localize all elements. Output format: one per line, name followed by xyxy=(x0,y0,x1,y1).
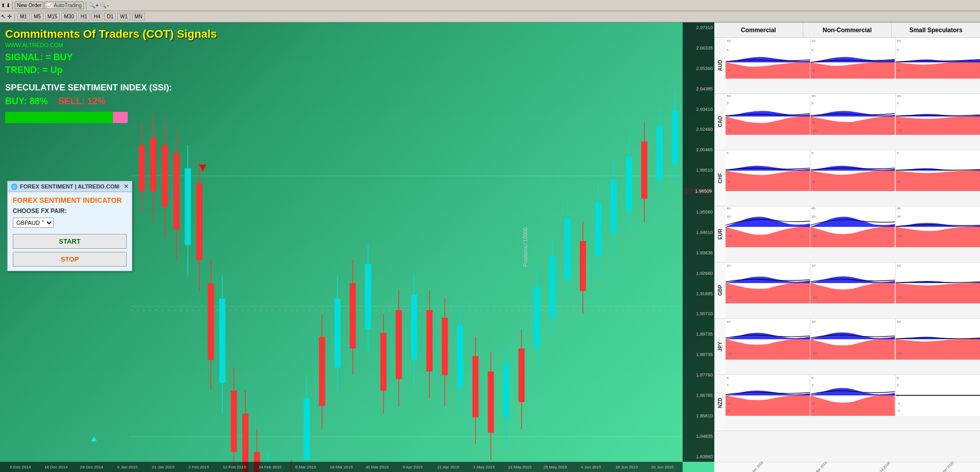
price-1.95560: 1.95560 xyxy=(684,209,713,215)
price-1.96509-highlighted: 1.96509 xyxy=(684,188,713,194)
chart-url: WWW.ALTREDO.COM xyxy=(5,42,217,48)
svg-text:40: 40 xyxy=(897,207,901,210)
svg-text:-20: -20 xyxy=(897,234,902,238)
date-label-10: 18 Mar 2015 xyxy=(323,465,359,469)
svg-text:5: 5 xyxy=(727,152,729,155)
chart-signal: SIGNAL: = BUY xyxy=(5,52,217,63)
tf-d1[interactable]: D1 xyxy=(104,13,116,20)
price-1.87760: 1.87760 xyxy=(684,372,713,377)
progress-bar xyxy=(5,112,128,123)
pair-select[interactable]: GBPAUD ˅ EURUSD GBPUSD USDJPY AUDUSD xyxy=(13,218,54,228)
tf-m30[interactable]: M30 xyxy=(61,13,76,20)
svg-text:0: 0 xyxy=(897,114,899,117)
cot-row-eur: EUR 40 20 0 -20 xyxy=(714,206,980,263)
svg-rect-5 xyxy=(139,145,145,191)
price-axis: 2.07310 2.06335 2.05360 2.04385 2.03410 … xyxy=(683,22,714,462)
svg-text:0: 0 xyxy=(727,281,729,284)
svg-text:6: 6 xyxy=(727,376,729,380)
tb-icon-1: ⬆ xyxy=(1,3,5,8)
svg-rect-75 xyxy=(626,157,632,210)
date-label-13: 21 Apr 2015 xyxy=(431,465,466,469)
price-1.99510: 1.99510 xyxy=(684,168,713,173)
svg-text:6: 6 xyxy=(811,376,813,380)
cot-chart-nzd-commercial: 6 3 0 -3 -6 xyxy=(726,375,810,416)
tf-mn[interactable]: MN xyxy=(132,13,145,20)
cot-chart-chf-commercial: 5 0 -5 xyxy=(726,150,810,191)
toolbar-2: ↖ ✛ M1 M5 M15 M30 H1 H4 D1 W1 MN xyxy=(0,11,980,22)
svg-text:5: 5 xyxy=(727,102,729,105)
zoom-out-icon[interactable]: 🔍- xyxy=(100,2,109,9)
toolbar-1: ⬆ ⬇ New Order 📈 AutoTrading 🔍+ 🔍- xyxy=(0,0,980,11)
svg-text:0: 0 xyxy=(811,114,813,117)
ssi-buy: BUY: 88% xyxy=(5,96,48,106)
tf-w1[interactable]: W1 xyxy=(118,13,130,20)
cot-label-aud: AUD xyxy=(714,38,726,93)
date-axis: 6 Dec 2014 16 Dec 2014 29 Dec 2014 9 Jan… xyxy=(0,462,683,472)
svg-text:-5: -5 xyxy=(897,180,900,183)
price-1.86785: 1.86785 xyxy=(684,393,713,398)
svg-rect-79 xyxy=(657,126,663,180)
price-2.04385: 2.04385 xyxy=(684,86,713,91)
sep-1 xyxy=(12,2,13,10)
svg-text:6: 6 xyxy=(897,376,899,380)
svg-rect-49 xyxy=(427,310,433,371)
svg-rect-9 xyxy=(162,145,168,206)
date-label-18: 16 Jun 2015 xyxy=(609,465,645,469)
svg-text:40: 40 xyxy=(811,207,815,210)
svg-text:40: 40 xyxy=(727,207,731,210)
svg-text:10: 10 xyxy=(897,95,901,98)
svg-text:0: 0 xyxy=(897,169,899,172)
tf-m5[interactable]: M5 xyxy=(31,13,43,20)
arrow-down-indicator: ▼ xyxy=(197,160,209,175)
svg-rect-37 xyxy=(334,298,340,367)
zoom-in-icon[interactable]: 🔍+ xyxy=(88,2,99,9)
stop-button[interactable]: STOP xyxy=(13,252,127,267)
crosshair-icon[interactable]: ✛ xyxy=(7,13,12,20)
cot-chart-aud-non-commercial: 10 5 0 -5 xyxy=(810,38,895,79)
choose-pair-label: CHOOSE FX PAIR: xyxy=(13,207,127,215)
cot-chart-jpy-non-commercial: 10 0 -10 xyxy=(810,319,895,360)
svg-text:-6: -6 xyxy=(727,409,730,412)
svg-rect-59 xyxy=(503,364,509,417)
svg-text:0: 0 xyxy=(811,225,813,228)
cursor-icon[interactable]: ↖ xyxy=(1,13,6,20)
svg-rect-55 xyxy=(473,356,479,417)
chart-trend: TREND: = Up xyxy=(5,65,217,76)
svg-text:10: 10 xyxy=(811,95,815,98)
svg-text:0: 0 xyxy=(727,60,729,63)
svg-rect-47 xyxy=(411,295,417,360)
close-panel-button[interactable]: ✕ xyxy=(124,183,129,190)
tf-m15[interactable]: M15 xyxy=(45,13,60,20)
sentiment-panel-title: 🌐 FOREX SENTIMENT | ALTREDO.COM xyxy=(11,183,119,190)
svg-text:0: 0 xyxy=(727,393,729,396)
svg-rect-67 xyxy=(565,218,571,279)
price-2.02460: 2.02460 xyxy=(684,127,713,132)
svg-text:-10: -10 xyxy=(811,352,817,355)
cot-label-cad: CAD xyxy=(714,94,726,150)
svg-text:-6: -6 xyxy=(811,409,815,412)
sentiment-panel-body: FOREX SENTIMENT INDICATOR CHOOSE FX PAIR… xyxy=(8,192,132,271)
price-2.03410: 2.03410 xyxy=(684,107,713,112)
progress-green xyxy=(5,112,113,123)
cot-row-aud: AUD 10 xyxy=(714,38,980,94)
svg-text:10: 10 xyxy=(897,320,901,323)
tf-h1[interactable]: H1 xyxy=(78,13,90,20)
price-2.07310: 2.07310 xyxy=(684,25,713,30)
svg-text:10: 10 xyxy=(897,39,901,42)
cot-x-axis: Jan 2019 Apr 2019 Jul 2019 Jan 2020 xyxy=(714,462,980,472)
svg-rect-35 xyxy=(319,337,325,406)
cot-charts-cad: 10 5 0 -5 -15 xyxy=(726,94,980,150)
tf-m1[interactable]: M1 xyxy=(17,13,30,20)
sep-3 xyxy=(14,13,15,21)
tb-new-order[interactable]: New Order xyxy=(15,2,43,9)
tf-h4[interactable]: H4 xyxy=(91,13,103,20)
svg-text:-10: -10 xyxy=(897,296,902,299)
svg-text:0: 0 xyxy=(897,225,899,228)
date-label-7: 12 Feb 2015 xyxy=(217,465,252,469)
svg-text:0: 0 xyxy=(897,60,899,63)
svg-rect-81 xyxy=(672,111,678,164)
tb-autotrading[interactable]: 📈 AutoTrading xyxy=(44,2,83,9)
start-button[interactable]: START xyxy=(13,234,127,249)
cot-row-jpy: JPY 10 0 -10 xyxy=(714,319,980,375)
price-1.83860: 1.83860 xyxy=(684,454,713,459)
